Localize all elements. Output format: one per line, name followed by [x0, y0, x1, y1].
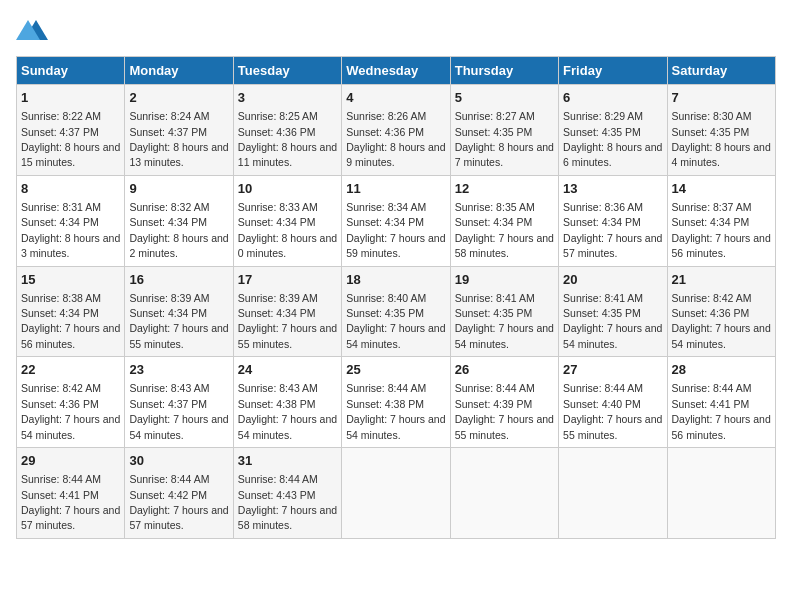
day-number: 20 [563, 271, 662, 289]
day-number: 9 [129, 180, 228, 198]
day-sunrise: Sunrise: 8:36 AM [563, 201, 643, 213]
calendar-cell: 17 Sunrise: 8:39 AM Sunset: 4:34 PM Dayl… [233, 266, 341, 357]
calendar-cell: 10 Sunrise: 8:33 AM Sunset: 4:34 PM Dayl… [233, 175, 341, 266]
calendar-week-2: 8 Sunrise: 8:31 AM Sunset: 4:34 PM Dayli… [17, 175, 776, 266]
logo [16, 16, 52, 44]
day-sunset: Sunset: 4:34 PM [21, 216, 99, 228]
day-number: 15 [21, 271, 120, 289]
day-number: 25 [346, 361, 445, 379]
day-sunset: Sunset: 4:36 PM [672, 307, 750, 319]
calendar-header-monday: Monday [125, 57, 233, 85]
day-number: 16 [129, 271, 228, 289]
day-sunrise: Sunrise: 8:44 AM [455, 382, 535, 394]
calendar-cell: 24 Sunrise: 8:43 AM Sunset: 4:38 PM Dayl… [233, 357, 341, 448]
day-sunset: Sunset: 4:34 PM [346, 216, 424, 228]
day-daylight: Daylight: 7 hours and 54 minutes. [672, 322, 771, 349]
calendar-cell: 21 Sunrise: 8:42 AM Sunset: 4:36 PM Dayl… [667, 266, 775, 357]
day-sunrise: Sunrise: 8:39 AM [238, 292, 318, 304]
calendar-body: 1 Sunrise: 8:22 AM Sunset: 4:37 PM Dayli… [17, 85, 776, 539]
day-daylight: Daylight: 7 hours and 54 minutes. [129, 413, 228, 440]
day-daylight: Daylight: 7 hours and 55 minutes. [563, 413, 662, 440]
calendar-cell: 15 Sunrise: 8:38 AM Sunset: 4:34 PM Dayl… [17, 266, 125, 357]
day-number: 18 [346, 271, 445, 289]
calendar-week-1: 1 Sunrise: 8:22 AM Sunset: 4:37 PM Dayli… [17, 85, 776, 176]
day-number: 31 [238, 452, 337, 470]
day-daylight: Daylight: 8 hours and 6 minutes. [563, 141, 662, 168]
calendar-cell [667, 448, 775, 539]
calendar-week-3: 15 Sunrise: 8:38 AM Sunset: 4:34 PM Dayl… [17, 266, 776, 357]
day-daylight: Daylight: 8 hours and 2 minutes. [129, 232, 228, 259]
day-sunset: Sunset: 4:37 PM [129, 126, 207, 138]
calendar-cell [450, 448, 558, 539]
day-daylight: Daylight: 7 hours and 55 minutes. [129, 322, 228, 349]
day-number: 11 [346, 180, 445, 198]
day-sunset: Sunset: 4:35 PM [346, 307, 424, 319]
day-sunset: Sunset: 4:39 PM [455, 398, 533, 410]
calendar-header-sunday: Sunday [17, 57, 125, 85]
day-sunset: Sunset: 4:43 PM [238, 489, 316, 501]
day-number: 7 [672, 89, 771, 107]
day-daylight: Daylight: 7 hours and 54 minutes. [455, 322, 554, 349]
day-daylight: Daylight: 7 hours and 56 minutes. [672, 413, 771, 440]
calendar-cell: 22 Sunrise: 8:42 AM Sunset: 4:36 PM Dayl… [17, 357, 125, 448]
calendar-cell: 5 Sunrise: 8:27 AM Sunset: 4:35 PM Dayli… [450, 85, 558, 176]
calendar-cell: 23 Sunrise: 8:43 AM Sunset: 4:37 PM Dayl… [125, 357, 233, 448]
day-daylight: Daylight: 8 hours and 9 minutes. [346, 141, 445, 168]
day-sunset: Sunset: 4:40 PM [563, 398, 641, 410]
day-daylight: Daylight: 7 hours and 57 minutes. [129, 504, 228, 531]
day-sunrise: Sunrise: 8:41 AM [563, 292, 643, 304]
day-sunrise: Sunrise: 8:29 AM [563, 110, 643, 122]
calendar-cell: 7 Sunrise: 8:30 AM Sunset: 4:35 PM Dayli… [667, 85, 775, 176]
day-sunrise: Sunrise: 8:22 AM [21, 110, 101, 122]
day-number: 6 [563, 89, 662, 107]
day-sunset: Sunset: 4:35 PM [672, 126, 750, 138]
calendar-cell: 30 Sunrise: 8:44 AM Sunset: 4:42 PM Dayl… [125, 448, 233, 539]
logo-icon [16, 16, 48, 44]
day-sunset: Sunset: 4:36 PM [238, 126, 316, 138]
calendar-cell [559, 448, 667, 539]
calendar-cell: 8 Sunrise: 8:31 AM Sunset: 4:34 PM Dayli… [17, 175, 125, 266]
calendar-cell: 28 Sunrise: 8:44 AM Sunset: 4:41 PM Dayl… [667, 357, 775, 448]
day-daylight: Daylight: 7 hours and 58 minutes. [455, 232, 554, 259]
day-daylight: Daylight: 8 hours and 0 minutes. [238, 232, 337, 259]
calendar-cell: 31 Sunrise: 8:44 AM Sunset: 4:43 PM Dayl… [233, 448, 341, 539]
day-number: 22 [21, 361, 120, 379]
day-sunrise: Sunrise: 8:43 AM [129, 382, 209, 394]
calendar-cell: 19 Sunrise: 8:41 AM Sunset: 4:35 PM Dayl… [450, 266, 558, 357]
day-sunset: Sunset: 4:41 PM [672, 398, 750, 410]
calendar-cell: 18 Sunrise: 8:40 AM Sunset: 4:35 PM Dayl… [342, 266, 450, 357]
day-daylight: Daylight: 7 hours and 54 minutes. [21, 413, 120, 440]
day-number: 19 [455, 271, 554, 289]
calendar-header-friday: Friday [559, 57, 667, 85]
day-sunrise: Sunrise: 8:42 AM [672, 292, 752, 304]
day-number: 5 [455, 89, 554, 107]
day-sunrise: Sunrise: 8:44 AM [129, 473, 209, 485]
day-number: 3 [238, 89, 337, 107]
day-number: 2 [129, 89, 228, 107]
calendar-cell: 27 Sunrise: 8:44 AM Sunset: 4:40 PM Dayl… [559, 357, 667, 448]
calendar-cell: 26 Sunrise: 8:44 AM Sunset: 4:39 PM Dayl… [450, 357, 558, 448]
day-number: 8 [21, 180, 120, 198]
day-sunset: Sunset: 4:38 PM [346, 398, 424, 410]
calendar-table: SundayMondayTuesdayWednesdayThursdayFrid… [16, 56, 776, 539]
day-daylight: Daylight: 8 hours and 15 minutes. [21, 141, 120, 168]
day-sunrise: Sunrise: 8:42 AM [21, 382, 101, 394]
day-sunset: Sunset: 4:34 PM [563, 216, 641, 228]
day-sunrise: Sunrise: 8:24 AM [129, 110, 209, 122]
day-daylight: Daylight: 7 hours and 58 minutes. [238, 504, 337, 531]
day-sunrise: Sunrise: 8:27 AM [455, 110, 535, 122]
day-number: 14 [672, 180, 771, 198]
calendar-header-thursday: Thursday [450, 57, 558, 85]
day-daylight: Daylight: 7 hours and 56 minutes. [21, 322, 120, 349]
day-daylight: Daylight: 7 hours and 54 minutes. [563, 322, 662, 349]
day-daylight: Daylight: 7 hours and 57 minutes. [563, 232, 662, 259]
day-sunset: Sunset: 4:37 PM [21, 126, 99, 138]
calendar-header-row: SundayMondayTuesdayWednesdayThursdayFrid… [17, 57, 776, 85]
day-daylight: Daylight: 7 hours and 54 minutes. [346, 413, 445, 440]
day-sunset: Sunset: 4:41 PM [21, 489, 99, 501]
day-sunset: Sunset: 4:36 PM [21, 398, 99, 410]
day-sunrise: Sunrise: 8:34 AM [346, 201, 426, 213]
calendar-cell [342, 448, 450, 539]
day-sunrise: Sunrise: 8:35 AM [455, 201, 535, 213]
day-number: 4 [346, 89, 445, 107]
